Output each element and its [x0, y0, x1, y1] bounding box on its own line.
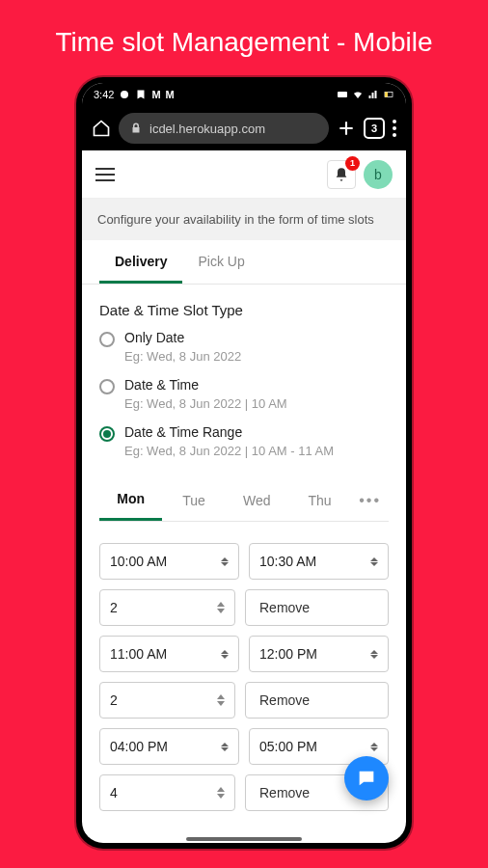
- mail-icon: M: [151, 89, 160, 100]
- tab-delivery[interactable]: Delivery: [99, 240, 182, 284]
- browser-bar: icdel.herokuapp.com 3: [82, 106, 406, 150]
- quantity-stepper[interactable]: 2: [99, 682, 235, 719]
- day-tab-thu[interactable]: Thu: [288, 481, 351, 520]
- radio-group: Only Date Eg: Wed, 8 Jun 2022 Date & Tim…: [99, 330, 389, 458]
- info-text: Configure your availability in the form …: [82, 199, 406, 240]
- phone-frame: 3:42 M M icdel.herokuapp.com 3 1 b Confi…: [76, 77, 412, 849]
- day-tab-mon[interactable]: Mon: [99, 479, 162, 521]
- radio-label: Date & Time: [124, 377, 287, 393]
- wifi-icon: [352, 89, 364, 100]
- slot-row: 2 Remove: [99, 682, 389, 719]
- url-text: icdel.herokuapp.com: [149, 122, 265, 136]
- quantity-stepper[interactable]: 2: [99, 589, 235, 626]
- hamburger-icon[interactable]: [95, 168, 115, 181]
- notifications-button[interactable]: 1: [327, 160, 356, 189]
- slot-row: 04:00 PM 05:00 PM: [99, 728, 389, 765]
- radio-example: Eg: Wed, 8 Jun 2022: [124, 349, 241, 364]
- chat-fab[interactable]: [344, 756, 389, 800]
- vpn-icon: [337, 89, 348, 100]
- start-time-select[interactable]: 11:00 AM: [99, 636, 239, 672]
- section-title: Date & Time Slot Type: [99, 302, 389, 318]
- app-header: 1 b: [82, 150, 406, 199]
- tab-pickup[interactable]: Pick Up: [182, 240, 259, 284]
- remove-button[interactable]: Remove: [245, 682, 389, 719]
- notification-badge: 1: [345, 156, 360, 171]
- status-bar: 3:42 M M: [82, 83, 406, 106]
- new-tab-icon[interactable]: [337, 119, 356, 138]
- end-time-select[interactable]: 12:00 PM: [249, 636, 389, 672]
- radio-label: Date & Time Range: [124, 424, 334, 440]
- svg-rect-1: [338, 92, 347, 97]
- stepper-icon: [217, 787, 225, 799]
- start-time-select[interactable]: 04:00 PM: [99, 728, 239, 765]
- chevron-icon: [221, 650, 229, 659]
- main-tabs: Delivery Pick Up: [82, 240, 406, 285]
- avatar[interactable]: b: [364, 160, 393, 189]
- slot-row: 11:00 AM 12:00 PM: [99, 636, 389, 672]
- circle-icon: [119, 89, 130, 100]
- chevron-icon: [370, 743, 378, 751]
- chevron-icon: [221, 743, 229, 751]
- chevron-icon: [370, 650, 378, 659]
- menu-dots-icon[interactable]: [393, 120, 396, 137]
- day-tab-wed[interactable]: Wed: [226, 481, 288, 520]
- radio-input[interactable]: [99, 379, 115, 394]
- stepper-icon: [217, 602, 225, 613]
- status-time: 3:42: [94, 89, 114, 100]
- radio-date-time[interactable]: Date & Time Eg: Wed, 8 Jun 2022 | 10 AM: [99, 377, 389, 411]
- battery-icon: [383, 89, 394, 100]
- start-time-select[interactable]: 10:00 AM: [99, 543, 239, 580]
- remove-button[interactable]: Remove: [245, 589, 389, 626]
- radio-example: Eg: Wed, 8 Jun 2022 | 10 AM: [124, 396, 287, 411]
- chevron-icon: [370, 557, 378, 566]
- radio-example: Eg: Wed, 8 Jun 2022 | 10 AM - 11 AM: [124, 444, 334, 458]
- tab-count[interactable]: 3: [364, 118, 385, 139]
- lock-icon: [130, 122, 142, 135]
- radio-only-date[interactable]: Only Date Eg: Wed, 8 Jun 2022: [99, 330, 389, 364]
- radio-date-time-range[interactable]: Date & Time Range Eg: Wed, 8 Jun 2022 | …: [99, 424, 389, 458]
- chevron-icon: [221, 557, 229, 566]
- end-time-select[interactable]: 10:30 AM: [249, 543, 389, 580]
- bookmark-icon: [135, 89, 147, 100]
- chat-icon: [356, 768, 377, 789]
- slot-row: 10:00 AM 10:30 AM: [99, 543, 389, 580]
- day-tab-tue[interactable]: Tue: [162, 481, 225, 520]
- svg-point-0: [121, 91, 128, 98]
- mail-icon: M: [166, 89, 175, 100]
- radio-label: Only Date: [124, 330, 241, 345]
- day-tab-more[interactable]: •••: [351, 480, 389, 521]
- radio-input[interactable]: [99, 426, 115, 442]
- page-title: Time slot Management - Mobile: [0, 0, 488, 77]
- radio-input[interactable]: [99, 332, 115, 347]
- stepper-icon: [217, 694, 225, 706]
- home-icon[interactable]: [92, 119, 111, 138]
- signal-icon: [367, 89, 379, 100]
- day-tabs: Mon Tue Wed Thu •••: [99, 479, 389, 522]
- url-bar[interactable]: icdel.herokuapp.com: [119, 113, 329, 144]
- quantity-stepper[interactable]: 4: [99, 774, 235, 811]
- svg-rect-3: [385, 93, 388, 97]
- slot-row: 2 Remove: [99, 589, 389, 626]
- nav-handle[interactable]: [186, 837, 302, 841]
